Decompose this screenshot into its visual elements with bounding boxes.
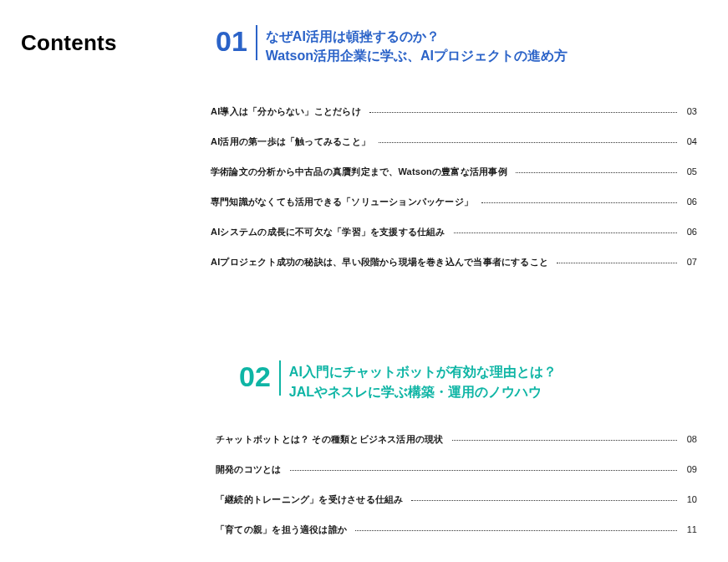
leader-dots [516, 172, 677, 173]
section-title: AI入門にチャットボットが有効な理由とは？JALやネスレに学ぶ構築・運用のノウハ… [289, 360, 557, 401]
toc-entry-title: 「継続的トレーニング」を受けさせる仕組み [216, 493, 403, 506]
section-title-line: AI入門にチャットボットが有効な理由とは？ [289, 362, 557, 381]
toc-entry-title: チャットボットとは？ その種類とビジネス活用の現状 [216, 433, 444, 446]
toc-entry-title: 開発のコツとは [216, 463, 282, 476]
toc-entry-title: AIプロジェクト成功の秘訣は、早い段階から現場を巻き込んで当事者にすること [211, 256, 548, 268]
toc-page-number: 04 [685, 136, 699, 146]
leader-dots [355, 530, 677, 531]
toc-items: チャットボットとは？ その種類とビジネス活用の現状08開発のコツとは09「継続的… [216, 433, 699, 536]
page-title: Contents [21, 25, 209, 536]
toc-row: AI導入は「分からない」ことだらけ03 [211, 105, 699, 118]
leader-dots [379, 142, 677, 143]
leader-dots [557, 263, 677, 263]
toc-entry-title: 「育ての親」を担う適役は誰か [216, 524, 347, 536]
toc-page-number: 10 [685, 494, 699, 504]
section-title-line: Watson活用企業に学ぶ、AIプロジェクトの進め方 [266, 46, 568, 65]
toc-row: チャットボットとは？ その種類とビジネス活用の現状08 [216, 433, 699, 446]
toc-items: AI導入は「分からない」ことだらけ03AI活用の第一歩は「触ってみること」04学… [211, 105, 699, 268]
toc-entry-title: 専門知識がなくても活用できる「ソリューションパッケージ」 [211, 196, 473, 208]
toc-entry-title: AIシステムの成長に不可欠な「学習」を支援する仕組み [211, 226, 445, 238]
toc-entry-title: AI導入は「分からない」ことだらけ [211, 105, 361, 118]
toc-section: 01なぜAI活用は頓挫するのか？Watson活用企業に学ぶ、AIプロジェクトの進… [216, 25, 699, 268]
toc-row: 「継続的トレーニング」を受けさせる仕組み10 [216, 493, 699, 506]
toc-section: 02AI入門にチャットボットが有効な理由とは？JALやネスレに学ぶ構築・運用のノ… [216, 360, 699, 535]
leader-dots [452, 440, 677, 441]
leader-dots [369, 112, 677, 113]
toc-row: 開発のコツとは09 [216, 463, 699, 476]
section-head: 02AI入門にチャットボットが有効な理由とは？JALやネスレに学ぶ構築・運用のノ… [239, 360, 699, 401]
section-title-line: なぜAI活用は頓挫するのか？ [266, 27, 568, 46]
toc-page-number: 06 [685, 227, 699, 237]
toc-page-number: 09 [685, 464, 699, 474]
toc-entry-title: 学術論文の分析から中古品の真贋判定まで、Watsonの豊富な活用事例 [211, 166, 507, 178]
toc-page-number: 06 [685, 197, 699, 207]
toc-row: AIシステムの成長に不可欠な「学習」を支援する仕組み06 [211, 226, 699, 238]
toc-page-number: 08 [685, 434, 699, 444]
leader-dots [454, 232, 677, 233]
section-number: 02 [239, 360, 281, 396]
toc-page-number: 11 [685, 524, 699, 534]
toc-row: AI活用の第一歩は「触ってみること」04 [211, 135, 699, 148]
section-number: 01 [216, 25, 257, 60]
leader-dots [481, 202, 677, 203]
toc-row: 専門知識がなくても活用できる「ソリューションパッケージ」06 [211, 196, 699, 208]
section-head: 01なぜAI活用は頓挫するのか？Watson活用企業に学ぶ、AIプロジェクトの進… [216, 25, 699, 65]
toc-row: 学術論文の分析から中古品の真贋判定まで、Watsonの豊富な活用事例05 [211, 166, 699, 178]
leader-dots [411, 500, 677, 501]
toc-row: 「育ての親」を担う適役は誰か11 [216, 524, 699, 536]
toc-page-number: 05 [685, 166, 699, 176]
leader-dots [290, 470, 677, 471]
section-title-line: JALやネスレに学ぶ構築・運用のノウハウ [289, 382, 557, 401]
toc-entry-title: AI活用の第一歩は「触ってみること」 [211, 135, 370, 148]
toc-page-number: 07 [685, 257, 699, 267]
toc-page-number: 03 [685, 106, 699, 116]
toc-row: AIプロジェクト成功の秘訣は、早い段階から現場を巻き込んで当事者にすること07 [211, 256, 699, 268]
section-title: なぜAI活用は頓挫するのか？Watson活用企業に学ぶ、AIプロジェクトの進め方 [266, 25, 568, 65]
